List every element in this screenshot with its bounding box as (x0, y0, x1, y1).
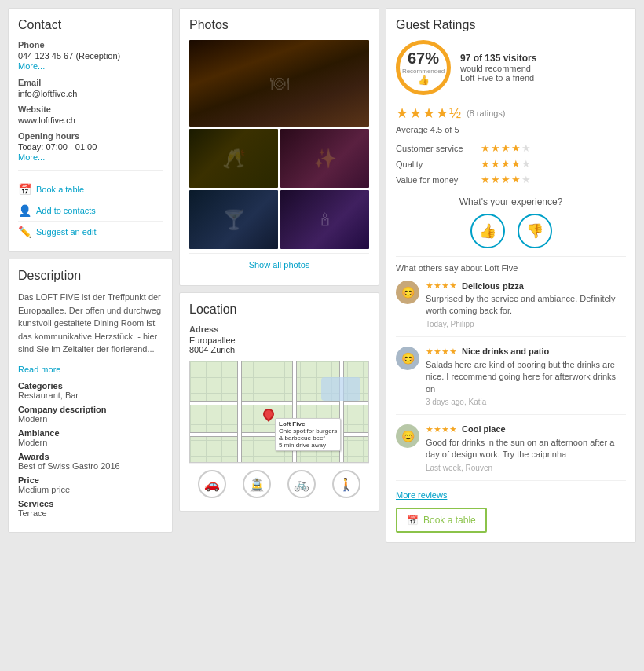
map-road-v1 (237, 361, 242, 462)
customer-service-stars: ★★★★★ (481, 142, 532, 154)
review-1-title: Delicious pizza (462, 281, 524, 291)
review-item-3: 😊 ★★★★ Cool place Good for drinks in the… (396, 424, 626, 481)
book-table-bottom-button[interactable]: 📅 Book a table (396, 508, 487, 533)
book-table-action[interactable]: 📅 Book a table (18, 179, 163, 200)
address-city: 8004 Zürich (189, 345, 369, 354)
review-1-meta: Today, Philipp (426, 320, 626, 328)
photo-main[interactable]: 🍽 (189, 40, 369, 126)
location-transport-icons: 🚗 🚊 🚲 🚶 (189, 463, 369, 501)
walk-icon[interactable]: 🚶 (332, 470, 360, 498)
location-title: Location (189, 302, 369, 317)
photos-title: Photos (189, 18, 369, 32)
value-row: Value for money ★★★★★ (396, 174, 626, 185)
map-popup: Loft FiveChic spot for burgers& barbecue… (275, 418, 341, 451)
thumbs-up-small-icon: 👍 (418, 75, 430, 86)
photo-bot-right[interactable]: 🕯 (280, 190, 369, 249)
address-section: Adress Europaallee 8004 Zürich (189, 324, 369, 354)
suggest-edit-label: Suggest an edit (36, 227, 96, 236)
review-header-3: ★★★★ Cool place (426, 424, 626, 434)
more-reviews-link[interactable]: More reviews (396, 490, 626, 500)
review-avatar-1: 😊 (396, 280, 419, 304)
description-text: Das LOFT FIVE ist der Treffpunkt der Eur… (18, 291, 163, 356)
company-desc-value: Modern (18, 414, 163, 424)
review-1-text: Surprised by the service and ambiance. D… (426, 293, 626, 317)
recommend-visitors: 97 of 135 visitors (460, 53, 536, 64)
photo-mid-left-inner: 🥂 (189, 129, 278, 188)
car-icon[interactable]: 🚗 (198, 470, 226, 498)
photo-row-3: 🍸 🕯 (189, 190, 369, 249)
review-3-text: Good for drinks in the sun on an afterno… (426, 437, 626, 461)
website-value: www.loftfive.ch (18, 116, 163, 125)
description-card: Description Das LOFT FIVE ist der Treffp… (8, 258, 173, 533)
thumbs-up-button[interactable]: 👍 (470, 214, 505, 248)
phone-label: Phone (18, 40, 163, 50)
bike-icon[interactable]: 🚲 (287, 470, 316, 498)
show-all-photos-button[interactable]: Show all photos (189, 253, 369, 276)
recommend-pct: 67% (408, 50, 439, 68)
contact-card: Contact Phone 044 123 45 67 (Reception) … (8, 8, 173, 252)
photo-bot-left[interactable]: 🍸 (189, 190, 278, 249)
review-avatar-2: 😊 (396, 346, 419, 370)
awards-row: Awards Best of Swiss Gastro 2016 (18, 452, 163, 471)
website-field: Website www.loftfive.ch (18, 104, 163, 125)
recommend-subtext: would recommendLoft Five to a friend (460, 64, 536, 82)
photo-row-1: 🍽 (189, 40, 369, 126)
categories-label: Categories (18, 381, 163, 390)
book-table-label: Book a table (36, 185, 84, 194)
ratings-top: 67% Recommended 👍 97 of 135 visitors wou… (396, 40, 626, 95)
review-3-meta: Last week, Rouven (426, 464, 626, 472)
recommend-circle: 67% Recommended 👍 (396, 40, 451, 95)
experience-section: What's your experience? 👍 👎 (396, 196, 626, 248)
review-2-title: Nice drinks and patio (462, 346, 549, 356)
overall-stars-row: ★★★★½ (8 ratings) (396, 104, 626, 122)
suggest-edit-action[interactable]: ✏️ Suggest an edit (18, 222, 163, 242)
quality-stars: ★★★★★ (481, 158, 532, 170)
photo-bot-left-inner: 🍸 (189, 190, 278, 249)
photo-mid-right[interactable]: ✨ (280, 129, 369, 188)
value-stars: ★★★★★ (481, 174, 532, 185)
quality-label: Quality (396, 160, 474, 169)
photo-bot-right-inner: 🕯 (280, 190, 369, 249)
categories-row: Categories Restaurant, Bar (18, 381, 163, 400)
experience-label: What's your experience? (396, 196, 626, 207)
thumbs-down-button[interactable]: 👎 (518, 214, 552, 248)
ratings-title: Guest Ratings (396, 18, 626, 32)
ambiance-label: Ambiance (18, 428, 163, 438)
avg-text: Average 4.5 of 5 (396, 125, 626, 134)
photos-card: Photos 🍽 🥂 ✨ 🍸 (179, 8, 379, 286)
meta-section: Categories Restaurant, Bar Company descr… (18, 381, 163, 518)
review-content-3: ★★★★ Cool place Good for drinks in the s… (426, 424, 626, 472)
tram-icon[interactable]: 🚊 (243, 470, 271, 498)
water-body (321, 377, 360, 401)
services-row: Services Terrace (18, 499, 163, 518)
photo-mid-left[interactable]: 🥂 (189, 129, 278, 188)
review-3-title: Cool place (462, 424, 506, 434)
ambiance-row: Ambiance Modern (18, 428, 163, 447)
photos-grid: 🍽 🥂 ✨ 🍸 🕯 (189, 40, 369, 249)
email-label: Email (18, 78, 163, 87)
person-icon: 👤 (18, 204, 31, 217)
review-header-1: ★★★★ Delicious pizza (426, 280, 626, 291)
price-row: Price Medium price (18, 475, 163, 494)
awards-value: Best of Swiss Gastro 2016 (18, 461, 163, 471)
description-title: Description (18, 269, 163, 283)
website-label: Website (18, 104, 163, 114)
read-more-link[interactable]: Read more (18, 365, 60, 374)
thumb-buttons: 👍 👎 (396, 214, 626, 248)
rating-breakdown: Customer service ★★★★★ Quality ★★★★★ Val… (396, 142, 626, 185)
categories-value: Restaurant, Bar (18, 390, 163, 400)
review-content-1: ★★★★ Delicious pizza Surprised by the se… (426, 280, 626, 328)
add-contacts-action[interactable]: 👤 Add to contacts (18, 200, 163, 222)
book-calendar-icon: 📅 (407, 515, 419, 526)
ratings-count: (8 ratings) (467, 108, 506, 118)
map-container[interactable]: Loft FiveChic spot for burgers& barbecue… (189, 361, 369, 463)
pencil-icon: ✏️ (18, 226, 31, 238)
opening-more-link[interactable]: More... (18, 152, 45, 162)
calendar-icon: 📅 (18, 183, 31, 196)
phone-more-link[interactable]: More... (18, 61, 45, 71)
address-label: Adress (189, 324, 369, 334)
photo-main-inner: 🍽 (189, 40, 369, 126)
value-label: Value for money (396, 175, 474, 185)
opening-label: Opening hours (18, 131, 163, 141)
action-list: 📅 Book a table 👤 Add to contacts ✏️ Sugg… (18, 170, 163, 242)
